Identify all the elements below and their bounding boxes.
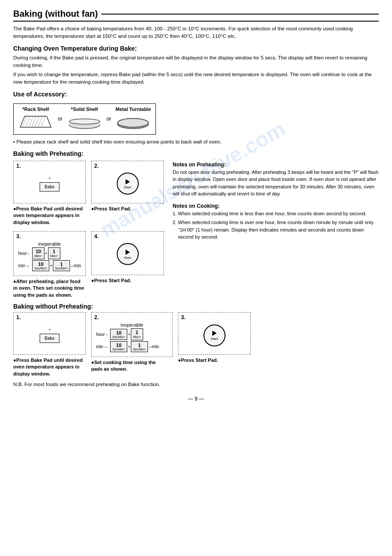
step1-caption: ●Press Bake Pad until desired oven tempe… [13,206,86,226]
np-step2-caption: ●Set cooking time using the pads as show… [91,359,164,373]
accessory-note: • Please place rack shelf and solid shel… [13,138,379,146]
no-preheat-step2: 2. inoperable hour - 10 Sec/Min+ • 1 Min… [91,312,173,373]
np-step1-caption: ●Press Bake Pad until desired oven tempe… [13,357,86,377]
np-step1-content: • Bake [16,319,83,352]
solid-shelf-label: *Solid Shelf [67,107,102,112]
svg-marker-0 [20,116,51,127]
start-pad-np[interactable]: Start [203,324,226,346]
step4-content: Start [94,238,161,271]
start-icon-np [211,330,218,337]
accessory-table: *Rack Shelf or * [13,103,156,135]
preheating-steps-row: 1. • Bake ●Press Bake Pad until desired … [13,161,379,298]
turntable-label: Metal Turntable [115,107,151,112]
np-step3-content: Start [181,319,248,352]
preheating-step3: 3. inoperable hour - 10 Min+ • 1 [13,231,86,298]
step2-caption: ●Press Start Pad. [91,206,164,212]
no-preheat-step1: 1. • Bake ●Press Bake Pad until desired … [13,312,86,377]
step1-number: 1. [16,163,21,169]
np-step2-display: inoperable hour - 10 Sec/Min+ • 1 Min+ m… [94,321,170,354]
hour-min-pad[interactable]: 10 Min+ [32,247,44,259]
notes-preheating-text: Do not open door during preheating. Afte… [173,169,379,198]
np-step3-caption: ●Press Start Pad. [178,357,251,364]
changing-oven-para2: If you wish to change the temperature, r… [13,71,379,86]
note-item-1: When selected cooking time is less than … [178,210,379,217]
step2-number: 2. [94,163,99,169]
notes-preheating-title: Notes on Preheating: [173,161,379,169]
preheating-step2: 2. Start ●Press Start Pad. [91,161,164,226]
nb-text: N.B. For most foods we recommend preheat… [13,382,379,387]
preheating-title: Baking with Preheating: [13,150,379,157]
rack-shelf-label: *Rack Shelf [18,107,53,112]
start-icon-4 [124,249,131,256]
intro-text: The Bake Pad offers a choice of baking t… [13,25,379,41]
svg-point-15 [69,119,100,124]
np-step3-number: 3. [181,314,185,320]
notes-cooking-title: Notes on Cooking: [173,202,379,210]
changing-oven-para1: During cooking, if the Bake pad is press… [13,54,379,70]
svg-marker-18 [126,179,130,184]
solid-shelf-image [67,112,102,132]
hour-unit-pad[interactable]: 1 Min+ [48,247,60,259]
bake-pad-np[interactable]: Bake [40,334,59,343]
step3-display: inoperable hour - 10 Min+ • 1 Min+ [16,240,83,273]
preheating-step1: 1. • Bake ●Press Bake Pad until desired … [13,161,86,226]
preheating-step4: 4. Start ●Press Start Pad. [91,231,164,298]
notes-cooking-list: When selected cooking time is less than … [173,210,379,241]
np-min-sec-pad[interactable]: 10 Sec/Min+ [110,341,127,352]
svg-line-1 [20,116,25,127]
rack-shelf-image [18,112,53,132]
note-item-2: When selected cooking time is over one h… [178,219,379,241]
step4-number: 4. [94,233,99,239]
page-title: Baking (without fan) [13,9,379,22]
or-text-2: or [107,116,111,122]
step3-caption: ●After preheating, place food in oven. T… [13,278,86,298]
np-step2-number: 2. [94,314,99,320]
no-preheating-title: Baking without Preheating: [13,303,379,310]
step4-caption: ●Press Start Pad. [91,277,164,284]
min-unit-pad[interactable]: 1 Sec/Min+ [53,260,70,271]
np-hour-min-pad[interactable]: 10 Sec/Min+ [110,329,127,340]
start-pad-4[interactable]: Start [117,243,139,265]
svg-marker-20 [212,331,217,336]
step2-content: Start [94,167,161,200]
no-preheating-steps: 1. • Bake ●Press Bake Pad until desired … [13,312,379,377]
step3-number: 3. [16,233,21,239]
svg-marker-19 [126,250,130,255]
svg-line-2 [47,116,51,127]
bake-pad-1[interactable]: Bake [40,182,59,191]
rack-shelf-item: *Rack Shelf [18,107,53,132]
step3-min-row: min -- 10 Sec/Min+ • 1 Sec/Min+ --min [18,260,81,271]
np-min-unit-pad[interactable]: 1 Sec/Min+ [131,341,148,352]
np-step1-number: 1. [16,314,21,320]
start-icon-2 [124,178,131,185]
solid-shelf-item: *Solid Shelf [67,107,102,132]
accessory-title: Use of Accessory: [13,91,379,98]
np-step2-min-row: min -- 10 Sec/Min+ • 1 Sec/Min+ --min [96,341,168,352]
page-number: — 9 — [13,396,379,402]
start-pad-2[interactable]: Start [117,173,139,195]
or-text-1: or [58,116,63,122]
preheating-notes: Notes on Preheating: Do not open door du… [173,161,379,298]
np-step2-hour-row: hour - 10 Sec/Min+ • 1 Min+ [96,328,168,340]
no-preheat-step3: 3. Start ●Press Start Pad. [178,312,251,364]
turntable-image [115,112,151,132]
step1-content: • Bake [16,167,83,200]
turntable-item: Metal Turntable [115,107,151,132]
changing-oven-title: Changing Oven Temperature during Bake: [13,45,379,52]
step3-hour-row: hour - 10 Min+ • 1 Min+ [18,247,81,259]
min-sec-pad[interactable]: 10 Sec/Min+ [32,260,49,271]
np-hour-unit-pad[interactable]: 1 Min+ [131,328,143,340]
svg-point-17 [118,118,148,127]
